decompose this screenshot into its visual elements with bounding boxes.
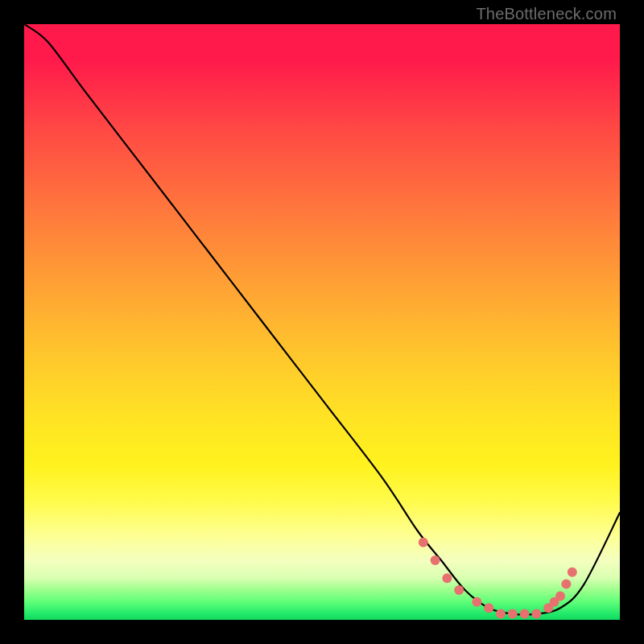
- curve-marker-dot: [454, 585, 464, 595]
- curve-markers: [419, 538, 577, 619]
- curve-marker-dot: [568, 568, 577, 577]
- curve-marker-dot: [520, 609, 530, 619]
- curve-marker-dot: [496, 609, 506, 619]
- attribution-label: TheBottleneck.com: [476, 5, 617, 23]
- chart-frame: TheBottleneck.com: [0, 0, 644, 644]
- curve-marker-dot: [419, 538, 428, 547]
- curve-marker-dot: [555, 591, 565, 601]
- curve-marker-dot: [442, 573, 452, 583]
- curve-marker-dot: [472, 597, 481, 607]
- curve-marker-dot: [531, 609, 541, 619]
- curve-marker-dot: [431, 555, 440, 565]
- curve-marker-dot: [508, 609, 518, 619]
- curve-marker-dot: [484, 603, 493, 613]
- bottleneck-curve: [24, 24, 620, 615]
- curve-marker-dot: [561, 580, 571, 589]
- curve-layer: [24, 24, 620, 620]
- plot-area: [24, 24, 620, 620]
- curve-path-group: [24, 24, 620, 615]
